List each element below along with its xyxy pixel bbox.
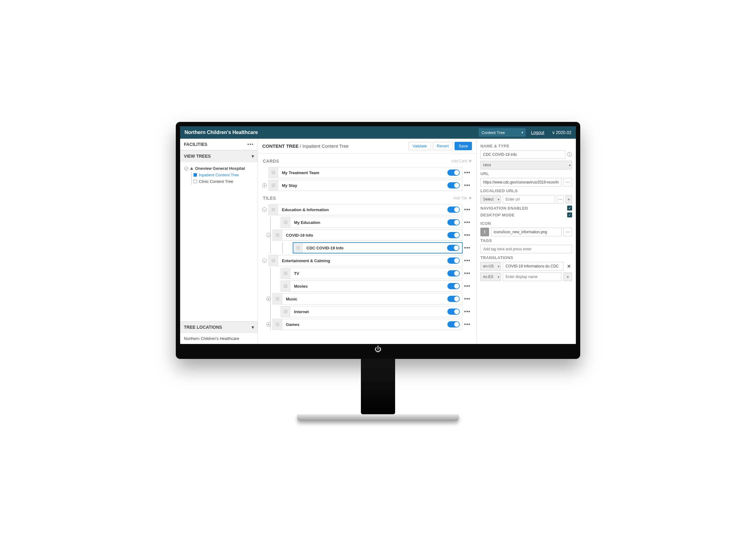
name-field[interactable] xyxy=(480,150,565,159)
drag-handle-icon[interactable] xyxy=(269,167,278,178)
row-menu-icon[interactable]: ••• xyxy=(463,258,472,264)
version-label: v 2020.02 xyxy=(553,130,572,135)
tree-child-clinic[interactable]: Clinic Content Tree xyxy=(194,178,254,185)
icon-browse-button[interactable]: ⋯ xyxy=(563,228,572,237)
tile-label: My Education xyxy=(290,220,447,225)
tile-children: TV ••• Movies ••• xyxy=(270,268,472,330)
topbar: Northern Children's Healthcare Content T… xyxy=(180,126,576,139)
enable-toggle[interactable] xyxy=(447,232,460,238)
row-menu-icon[interactable]: ••• xyxy=(463,283,472,289)
app-title: Northern Children's Healthcare xyxy=(184,130,479,135)
drag-handle-icon[interactable] xyxy=(273,293,282,304)
enable-toggle[interactable] xyxy=(447,270,460,276)
cards-section-header: CARDS Add Card ✚ xyxy=(262,156,472,166)
tree-square-icon xyxy=(194,173,197,177)
localised-select-value: Select xyxy=(483,197,493,202)
localised-add-button[interactable]: + xyxy=(566,195,572,204)
row-menu-icon[interactable]: ••• xyxy=(463,220,472,225)
tile-item: Games xyxy=(273,319,463,330)
row-menu-icon[interactable]: ••• xyxy=(463,183,472,188)
row-menu-icon[interactable]: ••• xyxy=(463,245,472,251)
type-value: Html xyxy=(483,163,491,167)
enable-toggle[interactable] xyxy=(447,258,460,264)
collapse-icon[interactable]: – xyxy=(262,259,267,263)
tree-locations-header[interactable]: TREE LOCATIONS ▾ xyxy=(180,321,258,333)
breadcrumb-sep: / xyxy=(299,143,303,149)
validate-button[interactable]: Validate xyxy=(408,142,431,150)
row-menu-icon[interactable]: ••• xyxy=(463,296,472,302)
icon-path-field[interactable] xyxy=(491,228,562,237)
drag-handle-icon[interactable] xyxy=(281,281,290,291)
tile-item: Internet xyxy=(281,306,463,317)
drag-handle-icon[interactable] xyxy=(269,204,278,215)
row-menu-icon[interactable]: ••• xyxy=(463,170,472,176)
tree-root-label: Oneview General Hospital xyxy=(195,166,245,171)
localised-more-button[interactable]: ⋯ xyxy=(557,195,564,204)
url-field[interactable] xyxy=(480,178,562,187)
collapse-icon[interactable]: – xyxy=(262,208,267,212)
enable-toggle[interactable] xyxy=(447,207,460,213)
name-type-label: NAME & TYPE xyxy=(480,144,572,148)
add-card-button[interactable]: Add Card ✚ xyxy=(451,159,471,163)
tile-row: CDC COVID-19 Info ••• xyxy=(287,242,472,254)
drag-handle-icon[interactable] xyxy=(281,306,290,317)
nav-enabled-checkbox[interactable]: ✓ xyxy=(567,206,572,211)
row-menu-icon[interactable]: ••• xyxy=(463,271,472,276)
translation-remove-icon[interactable]: ✕ xyxy=(565,264,572,269)
row-menu-icon[interactable]: ••• xyxy=(463,309,472,314)
tags-field[interactable] xyxy=(480,245,572,254)
enable-toggle[interactable] xyxy=(447,308,460,315)
tile-row: Internet ••• xyxy=(274,306,472,317)
row-menu-icon[interactable]: ••• xyxy=(463,232,472,238)
drag-handle-icon[interactable] xyxy=(273,319,282,330)
row-menu-icon[interactable]: ••• xyxy=(463,321,472,327)
translation-add-button[interactable]: + xyxy=(563,272,572,281)
translation-value-field[interactable] xyxy=(503,272,562,281)
expand-icon[interactable]: + xyxy=(266,322,271,326)
tile-label: Internet xyxy=(290,309,447,314)
collapse-icon[interactable]: – xyxy=(266,233,271,237)
revert-button[interactable]: Revert xyxy=(433,142,453,150)
drag-handle-icon[interactable] xyxy=(281,217,290,228)
drag-handle-icon[interactable] xyxy=(281,268,290,278)
facilities-menu-icon[interactable]: ••• xyxy=(247,142,254,147)
tile-item: Education & Information xyxy=(268,204,463,215)
view-trees-header[interactable]: VIEW TREES ▾ xyxy=(180,150,258,162)
enable-toggle[interactable] xyxy=(447,219,460,226)
center-scroll[interactable]: CARDS Add Card ✚ My Treatment Team ••• xyxy=(258,154,476,344)
enable-toggle[interactable] xyxy=(447,170,460,176)
translations-label: TRANSLATIONS xyxy=(480,255,572,260)
drag-handle-icon[interactable] xyxy=(273,230,282,241)
enable-toggle[interactable] xyxy=(447,283,460,289)
expand-icon[interactable]: + xyxy=(266,297,271,301)
translation-locale-select[interactable]: es-ES xyxy=(480,272,501,281)
tree-child-inpatient[interactable]: Inpatient Content Tree xyxy=(194,172,254,178)
expand-icon[interactable]: + xyxy=(262,183,267,188)
desktop-mode-checkbox[interactable]: ✓ xyxy=(567,213,572,218)
enable-toggle[interactable] xyxy=(447,321,460,327)
enable-toggle[interactable] xyxy=(447,296,460,302)
logout-link[interactable]: Logout xyxy=(531,130,544,135)
top-dropdown[interactable]: Content Tree xyxy=(479,129,525,137)
type-select[interactable]: Html xyxy=(480,161,572,170)
tile-item: TV xyxy=(281,268,463,279)
tile-item-selected[interactable]: CDC COVID-19 Info xyxy=(293,242,463,254)
facilities-label: FACILITIES xyxy=(184,142,207,147)
drag-handle-icon[interactable] xyxy=(269,255,278,266)
tree-root[interactable]: – Oneview General Hospital xyxy=(184,165,254,172)
url-more-button[interactable]: ⋯ xyxy=(563,178,572,187)
save-button[interactable]: Save xyxy=(455,142,472,150)
row-menu-icon[interactable]: ••• xyxy=(463,207,472,213)
collapse-icon[interactable]: – xyxy=(184,167,188,171)
localised-select[interactable]: Select xyxy=(480,195,501,204)
localised-urls-label: LOCALISED URLS xyxy=(480,189,572,193)
drag-handle-icon[interactable] xyxy=(293,243,303,253)
translation-value-field[interactable] xyxy=(503,262,563,271)
add-tile-button[interactable]: Add Tile ✚ xyxy=(453,196,471,200)
tile-row: Movies ••• xyxy=(274,280,472,292)
enable-toggle[interactable] xyxy=(447,182,460,189)
translation-locale-select[interactable]: en-US xyxy=(480,262,501,271)
enable-toggle[interactable] xyxy=(447,245,460,251)
localised-url-field[interactable] xyxy=(503,195,555,204)
drag-handle-icon[interactable] xyxy=(269,180,278,191)
